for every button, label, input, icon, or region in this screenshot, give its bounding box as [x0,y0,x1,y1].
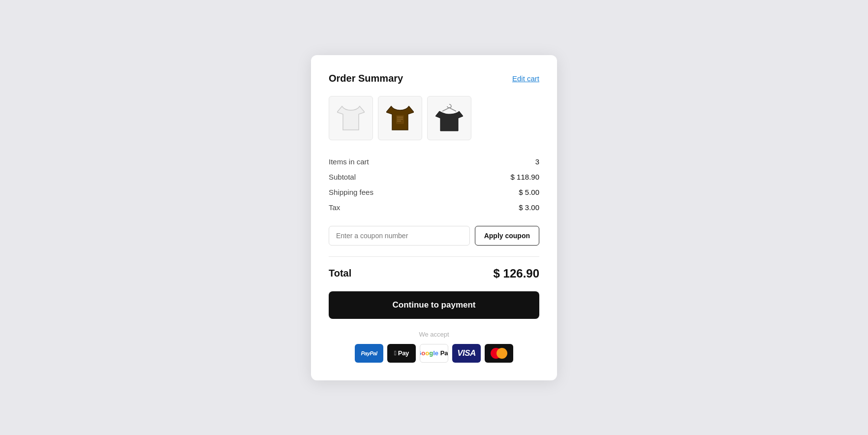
tax-row: Tax $ 3.00 [329,200,539,215]
total-label: Total [329,268,351,279]
svg-rect-0 [396,115,404,124]
apple-pay-icon:  Pay [387,344,416,363]
divider [329,256,539,257]
product-image-2 [378,96,422,140]
product-image-1 [329,96,373,140]
payment-methods-section: We accept PayPal  Pay Google Pay VISA [329,331,539,363]
order-summary-title: Order Summary [329,73,403,84]
coupon-row: Apply coupon [329,226,539,246]
continue-to-payment-button[interactable]: Continue to payment [329,291,539,319]
subtotal-value: $ 118.90 [457,169,539,185]
google-pay-icon: Google Pay [420,344,448,363]
items-in-cart-value: 3 [457,154,539,169]
payment-icons: PayPal  Pay Google Pay VISA [329,344,539,363]
shipping-row: Shipping fees $ 5.00 [329,185,539,200]
paypal-icon: PayPal [355,344,383,363]
shipping-label: Shipping fees [329,185,457,200]
visa-icon: VISA [452,344,481,363]
order-summary-card: Order Summary Edit cart [311,55,557,380]
edit-cart-link[interactable]: Edit cart [512,74,539,83]
apply-coupon-button[interactable]: Apply coupon [475,226,539,246]
tax-value: $ 3.00 [457,200,539,215]
we-accept-label: We accept [329,331,539,338]
product-images [329,96,539,140]
coupon-input[interactable] [329,226,470,246]
subtotal-row: Subtotal $ 118.90 [329,169,539,185]
product-image-3 [427,96,471,140]
items-in-cart-row: Items in cart 3 [329,154,539,169]
order-lines-table: Items in cart 3 Subtotal $ 118.90 Shippi… [329,154,539,215]
card-header: Order Summary Edit cart [329,73,539,84]
tax-label: Tax [329,200,457,215]
subtotal-label: Subtotal [329,169,457,185]
shipping-value: $ 5.00 [457,185,539,200]
total-amount: $ 126.90 [494,267,539,280]
items-in-cart-label: Items in cart [329,154,457,169]
mastercard-icon [485,344,513,363]
svg-line-5 [449,108,456,111]
total-row: Total $ 126.90 [329,267,539,280]
svg-line-4 [442,108,449,111]
